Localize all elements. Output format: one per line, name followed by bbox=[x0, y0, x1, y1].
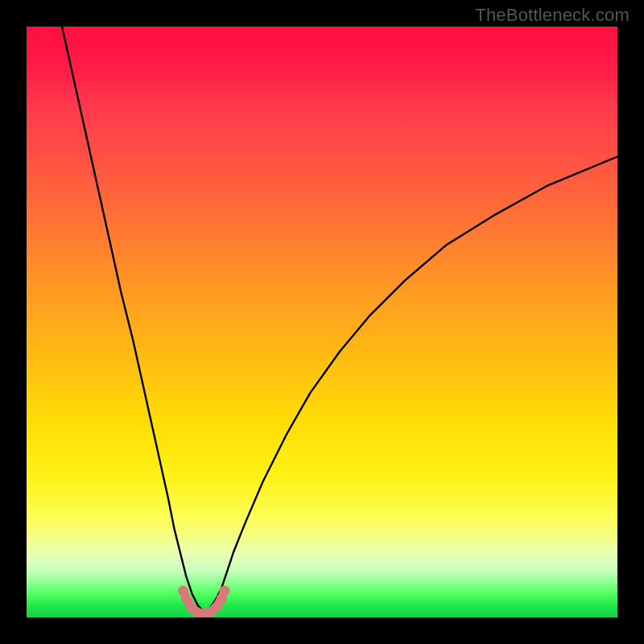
chart-frame: TheBottleneck.com bbox=[0, 0, 644, 644]
watermark-text: TheBottleneck.com bbox=[475, 5, 630, 26]
curve-layer bbox=[27, 27, 617, 617]
plot-area bbox=[27, 27, 617, 617]
optimal-range-dot bbox=[181, 593, 192, 604]
optimal-range-dot bbox=[210, 603, 221, 613]
optimal-range-dot bbox=[219, 586, 229, 597]
bottleneck-curve bbox=[62, 27, 617, 612]
optimal-range-dots bbox=[178, 586, 229, 618]
